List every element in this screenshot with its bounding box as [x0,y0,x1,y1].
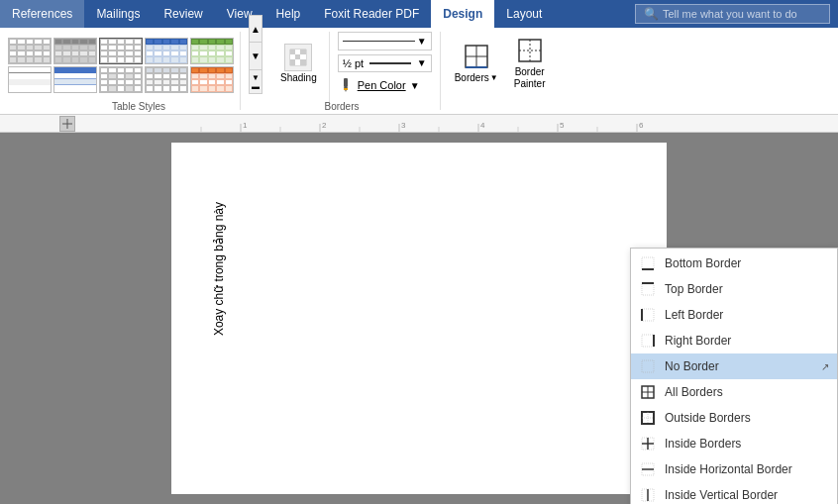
no-border-icon [639,357,657,375]
dropdown-item-inside-borders[interactable]: Inside Borders [631,431,837,456]
menu-references[interactable]: References [0,0,84,28]
menu-help[interactable]: Help [264,0,313,28]
menu-mailings[interactable]: Mailings [84,0,152,28]
shading-button[interactable]: Shading [276,40,321,87]
table-style-5[interactable] [190,38,234,64]
svg-rect-7 [290,59,295,65]
svg-rect-17 [519,40,541,61]
search-icon: 🔍 [644,7,659,21]
dropdown-item-outside-borders[interactable]: Outside Borders [631,405,837,431]
dropdown-item-left-border[interactable]: Left Border [631,302,837,328]
svg-rect-9 [300,59,306,65]
svg-rect-8 [295,59,300,65]
svg-text:1: 1 [243,121,248,130]
vertical-text-content: Xoay chữ trong bảng này [211,202,228,336]
menu-layout[interactable]: Layout [494,0,554,28]
document-area: Xoay chữ trong bảng này Bottom Border To… [0,133,838,504]
scroll-expand[interactable]: ▼▬ [249,70,262,94]
table-style-7[interactable] [53,66,97,93]
dropdown-item-inside-vertical[interactable]: Inside Vertical Border [631,482,837,504]
borders-painter-group: Borders ▼ BorderPainter [449,32,552,110]
table-style-9[interactable] [145,66,188,93]
menu-review[interactable]: Review [152,0,214,28]
pen-color-button[interactable]: Pen Color ▼ [338,76,432,94]
dropdown-item-top-border[interactable]: Top Border [631,276,837,302]
menu-design[interactable]: Design [431,0,494,28]
svg-rect-45 [642,309,654,321]
top-border-icon [639,280,657,298]
shading-group: Shading [276,32,330,110]
svg-text:3: 3 [401,121,406,130]
shading-icon [284,44,312,71]
border-painter-icon [516,37,544,64]
scroll-down[interactable]: ▼ [249,43,262,70]
table-styles-scroll: ▲ ▼ ▼▬ [249,15,262,110]
bottom-border-label: Bottom Border [665,256,829,270]
table-style-8[interactable] [99,66,143,93]
border-styles-group: ▼ ½ pt ▼ Pen Color ▼ [338,32,441,110]
scroll-up[interactable]: ▲ [249,15,262,43]
right-border-icon [639,332,657,350]
inside-vertical-label: Inside Vertical Border [665,488,829,502]
svg-rect-1 [290,50,295,54]
table-style-4[interactable] [145,38,188,64]
border-painter-button[interactable]: BorderPainter [508,33,552,94]
svg-rect-5 [295,54,300,59]
table-styles-row2 [8,66,234,93]
svg-rect-43 [642,283,654,295]
outside-borders-label: Outside Borders [665,411,829,425]
borders-label: Borders [455,72,489,83]
dropdown-item-bottom-border[interactable]: Bottom Border [631,251,837,276]
left-border-label: Left Border [665,308,829,322]
table-styles-group [8,32,241,110]
menu-foxit[interactable]: Foxit Reader PDF [312,0,431,28]
line-style-select[interactable]: ▼ [338,32,432,50]
borders-dropdown-arrow[interactable]: ▼ [490,73,498,82]
svg-rect-2 [295,50,300,54]
dropdown-item-no-border[interactable]: No Border ↗ [631,353,837,379]
table-style-3[interactable] [99,38,143,64]
svg-rect-10 [344,78,348,87]
no-border-label: No Border [665,359,813,373]
ruler: 1 2 3 4 5 6 [0,115,838,133]
line-width-select[interactable]: ½ pt ▼ [338,54,432,73]
ribbon: ▲ ▼ ▼▬ Shading [0,28,838,115]
search-box[interactable]: 🔍 [635,4,830,24]
shading-label: Shading [280,72,317,83]
ruler-marks: 1 2 3 4 5 6 [79,116,838,132]
dropdown-item-all-borders[interactable]: All Borders [631,379,837,405]
inside-borders-label: Inside Borders [665,437,829,451]
search-input[interactable] [663,8,821,20]
svg-text:2: 2 [322,121,327,130]
all-borders-label: All Borders [665,385,829,399]
svg-rect-47 [642,335,654,347]
svg-rect-22 [161,116,756,132]
table-styles-row1 [8,38,234,64]
outside-borders-icon [639,409,657,427]
ruler-toggle[interactable] [59,116,75,132]
left-border-icon [639,306,657,324]
dropdown-item-inside-horizontal[interactable]: Inside Horizontal Border [631,456,837,482]
menu-bar: References Mailings Review View Help Fox… [0,0,838,28]
borders-dropdown-menu: Bottom Border Top Border Left Border [630,248,838,504]
table-style-2[interactable] [53,38,97,64]
inside-horizontal-icon [639,460,657,478]
dropdown-item-right-border[interactable]: Right Border [631,328,837,353]
table-style-6[interactable] [8,66,52,93]
svg-rect-4 [290,54,295,59]
all-borders-icon [639,383,657,401]
table-style-1[interactable] [8,38,52,64]
cursor-indicator: ↗ [821,361,829,372]
svg-rect-49 [642,360,654,372]
inside-borders-icon [639,435,657,453]
pen-icon [338,77,354,93]
svg-text:6: 6 [639,121,644,130]
table-style-10[interactable] [190,66,234,93]
borders-button[interactable]: Borders ▼ [449,39,504,87]
bottom-border-icon [639,254,657,272]
pen-weight-label: ½ pt [343,57,364,69]
top-border-label: Top Border [665,282,829,296]
inside-vertical-icon [639,486,657,504]
svg-rect-6 [300,54,306,59]
pen-color-label: Pen Color [358,79,406,91]
